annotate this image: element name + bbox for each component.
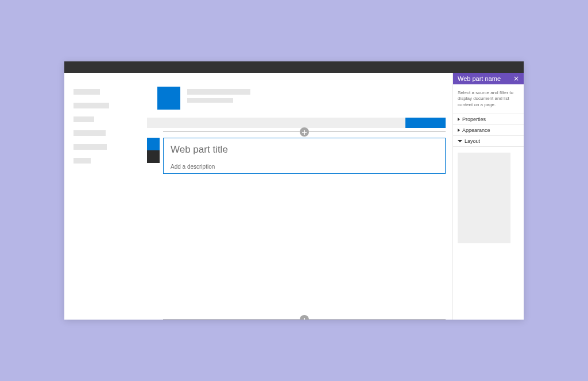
webpart-editor-row: Web part title Add a description (163, 138, 446, 313)
layout-option-preview[interactable] (458, 153, 510, 243)
chevron-right-icon (458, 118, 460, 121)
plus-icon (302, 314, 307, 320)
chevron-right-icon (458, 129, 460, 132)
panel-section-label: Properties (462, 116, 486, 122)
webpart-toolbox (147, 138, 160, 163)
panel-section-label: Layout (465, 138, 480, 144)
webpart-title-input[interactable]: Web part title (171, 144, 438, 155)
page-header (147, 80, 446, 113)
close-icon (514, 75, 519, 82)
property-panel: Web part name Select a source and filter… (452, 73, 524, 320)
nav-item-placeholder[interactable] (74, 130, 106, 136)
nav-item-placeholder[interactable] (74, 116, 94, 122)
panel-description: Select a source and filter to display do… (453, 84, 524, 114)
panel-section-appearance[interactable]: Appearance (453, 125, 524, 135)
primary-action-button[interactable] (405, 118, 446, 128)
site-title-line (187, 89, 250, 95)
add-section-button[interactable] (300, 127, 309, 137)
chevron-down-icon (458, 140, 462, 142)
webpart-frame[interactable]: Web part title Add a description (163, 138, 446, 174)
panel-section-properties[interactable]: Properties (453, 114, 524, 125)
webpart-description-input[interactable]: Add a description (171, 164, 438, 170)
panel-header: Web part name (453, 73, 524, 84)
app-window: Web part title Add a description We (64, 61, 524, 320)
section-divider (163, 319, 446, 320)
plus-icon (302, 127, 307, 137)
window-titlebar (64, 61, 524, 73)
panel-layout-body (453, 147, 524, 320)
panel-section-label: Appearance (462, 127, 490, 133)
site-subtitle-line (187, 98, 233, 103)
panel-section-layout[interactable]: Layout (453, 135, 524, 147)
add-section-button[interactable] (300, 315, 309, 320)
command-bar-background (147, 118, 405, 128)
nav-item-placeholder[interactable] (74, 89, 100, 95)
nav-item-placeholder[interactable] (74, 144, 107, 150)
section-divider (163, 131, 446, 132)
panel-close-button[interactable] (513, 76, 519, 81)
nav-item-placeholder[interactable] (74, 158, 91, 164)
panel-title: Web part name (458, 75, 501, 82)
site-title-placeholder (187, 87, 250, 110)
page-command-bar (147, 118, 446, 128)
canvas: Web part title Add a description (147, 131, 446, 320)
site-logo-placeholder (157, 87, 180, 110)
move-webpart-button[interactable] (147, 138, 160, 150)
nav-item-placeholder[interactable] (74, 103, 109, 108)
content-row: Web part title Add a description We (64, 73, 524, 320)
left-navigation (64, 73, 147, 320)
main-canvas: Web part title Add a description (147, 73, 452, 320)
delete-webpart-button[interactable] (147, 150, 160, 163)
